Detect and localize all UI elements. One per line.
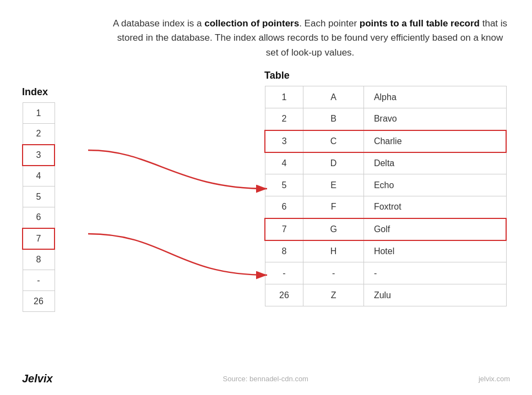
table-row: 5EEcho xyxy=(265,174,506,196)
table-section: Table 1AAlpha2BBravo3CCharlie4DDelta5EEc… xyxy=(264,70,507,306)
index-section: Index 12345678-26 xyxy=(22,86,55,312)
table-cell: 1 xyxy=(265,86,303,108)
table-cell: - xyxy=(363,262,506,284)
table-cell: Foxtrot xyxy=(363,196,506,218)
table-title: Table xyxy=(264,70,507,81)
index-table: 12345678-26 xyxy=(22,102,55,312)
table-cell: F xyxy=(303,196,364,218)
table-cell: Delta xyxy=(363,152,506,174)
table-cell: Charlie xyxy=(363,130,506,152)
index-row: 8 xyxy=(23,249,55,270)
index-row: - xyxy=(23,270,55,291)
table-cell: 3 xyxy=(265,130,303,152)
table-cell: B xyxy=(303,108,364,130)
table-cell: 4 xyxy=(265,152,303,174)
table-cell: 5 xyxy=(265,174,303,196)
index-row: 26 xyxy=(23,291,55,312)
index-row: 2 xyxy=(23,124,55,145)
footer-url: jelvix.com xyxy=(479,375,510,383)
index-cell: 4 xyxy=(23,166,55,186)
index-row: 5 xyxy=(23,186,55,207)
table-cell: Hotel xyxy=(363,240,506,262)
index-cell: 1 xyxy=(23,103,55,124)
table-row: 4DDelta xyxy=(265,152,506,174)
table-cell: C xyxy=(303,130,364,152)
table-cell: H xyxy=(303,240,364,262)
index-cell: 7 xyxy=(23,228,55,249)
table-row: 2BBravo xyxy=(265,108,506,130)
index-cell: 5 xyxy=(23,186,55,207)
brand-name: Jelvix xyxy=(22,372,53,385)
table-row: 1AAlpha xyxy=(265,86,506,108)
index-row: 7 xyxy=(23,228,55,249)
table-cell: Zulu xyxy=(363,284,506,306)
description-text: A database index is a collection of poin… xyxy=(110,17,510,60)
table-cell: 7 xyxy=(265,218,303,240)
index-row: 4 xyxy=(23,166,55,186)
index-row: 6 xyxy=(23,207,55,228)
index-cell: - xyxy=(23,270,55,291)
table-cell: 26 xyxy=(265,284,303,306)
table-cell: Z xyxy=(303,284,364,306)
table-cell: 6 xyxy=(265,196,303,218)
footer: Jelvix Source: bennadel-cdn.com jelvix.c… xyxy=(0,372,532,385)
index-cell: 2 xyxy=(23,124,55,145)
table-cell: A xyxy=(303,86,364,108)
table-cell: Bravo xyxy=(363,108,506,130)
table-row: 3CCharlie xyxy=(265,130,506,152)
index-cell: 8 xyxy=(23,249,55,270)
table-cell: Alpha xyxy=(363,86,506,108)
index-row: 3 xyxy=(23,145,55,166)
data-table: 1AAlpha2BBravo3CCharlie4DDelta5EEcho6FFo… xyxy=(264,86,507,306)
table-cell: - xyxy=(303,262,364,284)
table-cell: 8 xyxy=(265,240,303,262)
index-cell: 3 xyxy=(23,145,55,166)
index-cell: 26 xyxy=(23,291,55,312)
arrows-svg xyxy=(55,107,286,344)
table-row: 26ZZulu xyxy=(265,284,506,306)
table-cell: D xyxy=(303,152,364,174)
table-cell: - xyxy=(265,262,303,284)
table-cell: E xyxy=(303,174,364,196)
index-row: 1 xyxy=(23,103,55,124)
page: A database index is a collection of poin… xyxy=(0,0,532,395)
table-row: 8HHotel xyxy=(265,240,506,262)
table-cell: 2 xyxy=(265,108,303,130)
table-cell: Echo xyxy=(363,174,506,196)
table-row: --- xyxy=(265,262,506,284)
table-row: 6FFoxtrot xyxy=(265,196,506,218)
index-cell: 6 xyxy=(23,207,55,228)
table-cell: G xyxy=(303,218,364,240)
table-row: 7GGolf xyxy=(265,218,506,240)
source-text: Source: bennadel-cdn.com xyxy=(223,375,308,383)
main-area: Index 12345678-26 Table 1AAlpha2BBravo3C xyxy=(22,70,510,312)
index-title: Index xyxy=(22,86,48,98)
table-cell: Golf xyxy=(363,218,506,240)
